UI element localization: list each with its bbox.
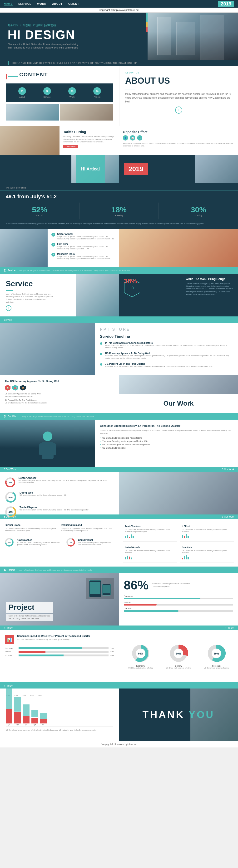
sector-row: 1 Sector Appear US production grew for t… bbox=[0, 229, 238, 267]
learn-more-button[interactable]: Learn More bbox=[63, 145, 78, 148]
project-pct: 86% bbox=[124, 578, 149, 592]
timeline-text-2: US Economy Appears To Be Doing Well US C… bbox=[105, 352, 233, 360]
about-arrow-icon: ↓ bbox=[175, 106, 182, 114]
vbar-1-red bbox=[6, 709, 12, 723]
project-overlay-text: Project Many of the things that business… bbox=[6, 602, 53, 621]
further-title: Further Erode bbox=[5, 524, 58, 526]
vbar-4-label: Q4 bbox=[34, 724, 36, 725]
project-row3-text: 4 Project bbox=[4, 684, 13, 687]
nav-client[interactable]: CLIENT bbox=[68, 2, 79, 5]
stat-3-label: Housing bbox=[165, 214, 232, 217]
consumer-text-block: Consumer Spending Rose By 4.7 Percent In… bbox=[17, 635, 90, 641]
project-header-bar: 4 Project Many of the things that busine… bbox=[0, 566, 238, 573]
work-row2-left: 3 Our Work bbox=[4, 468, 16, 471]
content-icon-grid: 01 About 02 Service 03 Work 04 Project bbox=[6, 84, 113, 102]
vbar-3-red bbox=[23, 716, 30, 723]
consumer-list: US China trade tensions are now affectin… bbox=[100, 436, 233, 450]
timeline-photo bbox=[0, 322, 95, 375]
content-icon-service: 02 Service bbox=[43, 87, 51, 98]
consumer-icon-row: 📊 Consumer Spending Rose By 4.7 Percent … bbox=[5, 635, 114, 644]
hi-artical-title: Hi Artical bbox=[81, 167, 100, 172]
work-sectors-row: 75% Sector Appear US production grew for… bbox=[0, 472, 238, 515]
vbar-3-fill bbox=[23, 705, 30, 716]
svg-text:59%: 59% bbox=[214, 652, 219, 655]
trade-tensions-right: Trade Tensions US China trade tensions a… bbox=[119, 519, 238, 566]
could-propel-desc: The manufacturing sector expanded for th… bbox=[78, 541, 114, 546]
stats-title-row: 49.1 from July's 51.2 bbox=[0, 191, 238, 203]
pie-borrow-desc: US China trade tensions affecting bbox=[166, 667, 191, 669]
proj-bar-forecast-fill bbox=[19, 654, 64, 656]
timeline-item-3: 3.1 Percent Dip In The First Quarter US … bbox=[100, 363, 233, 368]
sector-photo-2 bbox=[119, 229, 238, 267]
nav-work[interactable]: WORK bbox=[37, 2, 47, 5]
reducing-desc: US production grew for the 6 manufacturi… bbox=[61, 527, 114, 532]
doing-well-title: Doing Well bbox=[20, 491, 66, 494]
prog-borrow-track bbox=[124, 604, 233, 606]
hi-artical-overlay: Hi Artical bbox=[76, 155, 105, 183]
pie-economy-label: Economy bbox=[128, 665, 153, 667]
hero-content-area: 商务汇报 | 计划总结 | 市场调研 | 品牌总结 HI DESIGN Chin… bbox=[0, 12, 238, 60]
work-row3-left: 3 Our Work bbox=[4, 516, 16, 518]
svg-rect-7 bbox=[49, 459, 53, 466]
project-charts-left: 📊 Consumer Spending Rose By 4.7 Percent … bbox=[0, 630, 119, 682]
nav-home[interactable]: HOME bbox=[4, 2, 12, 5]
work-person-block bbox=[0, 420, 95, 467]
service-side-desc: The US Manufacturing group also failed. … bbox=[186, 282, 233, 296]
consumer-project-desc: US China trade tensions are now affectin… bbox=[17, 638, 90, 641]
sector-appear-desc: US production grew for the 6 manufacturi… bbox=[19, 479, 114, 484]
scale-20: 20% bbox=[38, 694, 42, 696]
sector-left: 1 Sector Appear US production grew for t… bbox=[0, 229, 119, 267]
it-effect-item: It Effect US China trade tensions are no… bbox=[180, 523, 234, 541]
project-row3-bar: 4 Project bbox=[0, 682, 238, 688]
sector-appear-title: Sector Appear bbox=[19, 476, 114, 479]
vbar-4: Q4 bbox=[31, 710, 38, 725]
nav-about[interactable]: ABOUT bbox=[52, 2, 63, 5]
scale-50: 50% bbox=[14, 694, 18, 696]
thank-word: THANK bbox=[143, 709, 189, 720]
bar-t5 bbox=[132, 536, 134, 538]
rate-cuts-desc: US China trade tensions are now affectin… bbox=[182, 550, 232, 554]
stats-metrics-row: 52% Record 18% Passing 30% Housing bbox=[0, 203, 238, 219]
stat-2-label: Passing bbox=[85, 214, 153, 217]
pie-borrow-svg: 30% bbox=[169, 644, 188, 663]
about-underline bbox=[125, 89, 135, 89]
timeline-desc-3: US China trade tensions are now affectin… bbox=[105, 365, 213, 368]
bar-r3 bbox=[186, 555, 187, 559]
pie-borrow: 30% Borrow US China trade tensions affec… bbox=[166, 644, 191, 669]
work-section-num: 3 bbox=[4, 414, 6, 418]
project-left: Project Many of the things that business… bbox=[0, 573, 119, 625]
proj-bar-forecast-label: Forecast bbox=[5, 654, 17, 656]
timeline-desc-1: Finance workers announced to the Bureau … bbox=[105, 344, 233, 349]
footer-copyright: Copyright © http:/www.pptstore.net bbox=[101, 743, 138, 746]
service-icon-circle: 02 bbox=[43, 87, 51, 95]
prog-economy: Economy bbox=[124, 595, 233, 599]
service-right: ⬡ 38% While The Manu Bring Gauge The US … bbox=[119, 274, 238, 316]
work-icon-label: Work bbox=[69, 96, 75, 98]
nav-service[interactable]: SERVICE bbox=[18, 2, 31, 5]
timeline-title-1: If This Look At Major Economic Indicator… bbox=[105, 342, 233, 344]
footer: Copyright © http:/www.pptstore.net bbox=[0, 741, 238, 747]
bar-e3 bbox=[186, 534, 187, 538]
trade-tensions-item: Trade Tensions US China trade tensions a… bbox=[123, 523, 177, 541]
opposite-right: Opposite Effect 👤 📊 🔧 All Chinese activi… bbox=[119, 126, 238, 183]
thankyou-text: THANK YOU bbox=[143, 709, 215, 720]
hero-bottom-accent bbox=[8, 61, 8, 65]
sector-inner: 1 Sector Appear US production grew for t… bbox=[0, 229, 119, 267]
opp-icon-3: 🔧 bbox=[137, 135, 142, 141]
sector-text-3: Managers Index US production grew for th… bbox=[57, 253, 115, 260]
service-timeline-bar-text: Service bbox=[4, 318, 12, 321]
project-pct-row: 86% Consumer Spending Rose By 4.7 Percen… bbox=[124, 578, 233, 592]
bar-chart-block: 75% 50% 40% 25% 20% Q1 Q2 Q3 bbox=[0, 688, 119, 741]
year-label: 2019 bbox=[124, 163, 148, 175]
proj-bar-forecast-val: 50% bbox=[111, 654, 114, 656]
rate-cuts-title: Rate Cuts bbox=[182, 546, 232, 549]
bar-scale-labels: 75% 50% 40% 25% 20% bbox=[6, 694, 113, 696]
nav-logo: 2019 bbox=[218, 1, 234, 7]
sector-num-3: 3 bbox=[51, 253, 55, 256]
sector-desc-1: US production grew for the 6 manufacturi… bbox=[57, 236, 115, 240]
stat-1-num: 52% bbox=[6, 206, 73, 214]
sector-item-2: 2 First Time US production grew for the … bbox=[51, 243, 115, 250]
trade-tensions-title: Trade Tensions bbox=[125, 525, 175, 527]
opp-icon-1: 👤 bbox=[123, 135, 128, 141]
trade-dispute-row: 48% Trade Dispute US production grew for… bbox=[5, 506, 114, 518]
